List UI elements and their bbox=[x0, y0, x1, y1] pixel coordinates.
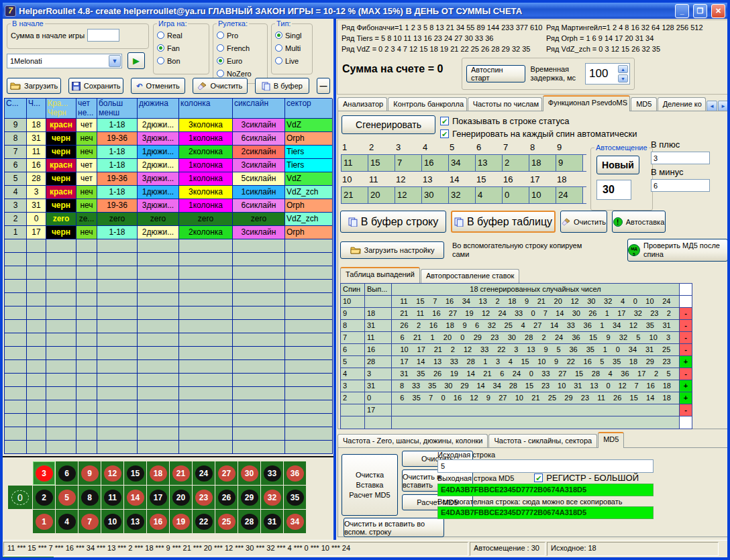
radio-live[interactable]: Live bbox=[275, 54, 309, 67]
md5-summary-button[interactable]: Очистка Вставка Расчет MD5 bbox=[342, 454, 398, 516]
board-cell-27[interactable]: 27 bbox=[215, 461, 238, 485]
board-cell-30[interactable]: 30 bbox=[238, 461, 260, 485]
buffer-row-button[interactable]: В буфер строку bbox=[340, 211, 446, 233]
minus-field[interactable] bbox=[651, 179, 710, 192]
source-string-input[interactable] bbox=[437, 459, 654, 473]
checkbox-uppercase[interactable]: ✔ РЕГИСТР - БОЛЬШОЙ bbox=[534, 473, 639, 483]
tab-функционал-psevdoms[interactable]: Функционал PsevdoMS bbox=[543, 95, 630, 111]
plus-field[interactable] bbox=[651, 152, 710, 164]
tab-scroll-left-icon[interactable]: ◄ bbox=[707, 101, 717, 111]
autospin-start-button[interactable]: Автоспин старт bbox=[466, 65, 525, 82]
board-cell-23[interactable]: 23 bbox=[193, 486, 215, 509]
apply-preset-button[interactable]: ▶ bbox=[127, 52, 145, 69]
board-cell-26[interactable]: 26 bbox=[215, 486, 238, 509]
undo-button[interactable]: ↶ Отменить bbox=[131, 78, 185, 94]
tab-частота-zero-шансы-дюжины-колонки[interactable]: Частота - Zero, шансы, дюжины, колонки bbox=[337, 434, 488, 448]
board-cell-9[interactable]: 9 bbox=[79, 461, 101, 485]
board-cell-36[interactable]: 36 bbox=[284, 461, 306, 485]
spins-table-row[interactable]: 2063570161292710212529231126151418+ bbox=[341, 392, 692, 404]
board-cell-2[interactable]: 2 bbox=[33, 486, 55, 509]
board-cell-4[interactable]: 4 bbox=[56, 510, 78, 533]
board-cell-25[interactable]: 25 bbox=[215, 510, 238, 533]
radio-multi[interactable]: Multi bbox=[275, 42, 309, 54]
board-cell-34[interactable]: 34 bbox=[284, 510, 306, 533]
board-cell-10[interactable]: 10 bbox=[101, 510, 123, 533]
board-cell-5[interactable]: 5 bbox=[56, 486, 78, 509]
board-cell-21[interactable]: 21 bbox=[170, 461, 192, 485]
preset-combobox[interactable]: 1Melonati ▼ bbox=[7, 54, 122, 68]
tab-таблица-выпадений[interactable]: Таблица выпадений bbox=[340, 267, 420, 283]
spins-table-row[interactable]: 5281714133328134151092216535182923+ bbox=[341, 356, 692, 368]
md5-aux-field[interactable]: E4DA3B7FBBCE2345D7772B0674A318D5 bbox=[437, 506, 654, 519]
check-md5-button[interactable]: МД5 Проверить МД5 после спина bbox=[627, 239, 728, 262]
tab-частота-сиклайны-сектора[interactable]: Частота - сиклайны, сектора bbox=[488, 434, 597, 448]
spins-table-row[interactable]: 331833353029143428152310311301271618+ bbox=[341, 380, 692, 392]
board-cell-19[interactable]: 19 bbox=[170, 510, 192, 533]
close-button[interactable]: ✕ bbox=[711, 4, 725, 18]
md5-clear-paste-aux-button[interactable]: Очистить и вставить во вспом. строку bbox=[344, 518, 444, 537]
spins-table-row[interactable]: 8312621618963225427143336134123531- bbox=[341, 320, 692, 332]
board-cell-33[interactable]: 33 bbox=[261, 461, 283, 485]
board-cell-8[interactable]: 8 bbox=[79, 486, 101, 509]
board-cell-13[interactable]: 13 bbox=[124, 510, 146, 533]
autoshift-new-button[interactable]: Новый bbox=[596, 156, 639, 174]
radio-euro[interactable]: Euro bbox=[217, 54, 264, 67]
load-config-button[interactable]: Загрузить настройку bbox=[340, 241, 444, 259]
radio-real[interactable]: Real bbox=[157, 29, 205, 42]
board-cell-6[interactable]: 6 bbox=[56, 461, 78, 485]
spinner-down-icon[interactable]: ▼ bbox=[618, 74, 628, 82]
start-sum-input[interactable] bbox=[87, 29, 119, 42]
delay-spinner[interactable]: 100 ▲ ▼ bbox=[585, 63, 630, 85]
spins-table-row[interactable]: 17- bbox=[341, 404, 692, 416]
checkbox-show-status[interactable]: ✔ Показывать в строке статуса bbox=[440, 116, 570, 126]
collapse-button[interactable]: — bbox=[317, 78, 330, 94]
board-cell-7[interactable]: 7 bbox=[79, 510, 101, 533]
board-cell-35[interactable]: 35 bbox=[284, 486, 306, 509]
to-buffer-button[interactable]: В буфер bbox=[255, 78, 309, 94]
spins-table-row[interactable]: 101115716341321892120123032401024 bbox=[341, 296, 692, 308]
load-button[interactable]: Загрузить bbox=[7, 78, 61, 94]
spins-table-row[interactable]: 91821111627191224330714302611732232- bbox=[341, 308, 692, 320]
spins-table-row[interactable]: 616101721212332231395363510343125- bbox=[341, 344, 692, 356]
board-cell-20[interactable]: 20 bbox=[170, 486, 192, 509]
tab-scroll-right-icon[interactable]: ► bbox=[718, 101, 729, 111]
spinner-up-icon[interactable]: ▲ bbox=[618, 65, 628, 73]
tab-анализатор[interactable]: Анализатор bbox=[337, 97, 387, 111]
minimize-button[interactable]: _ bbox=[675, 4, 689, 18]
radio-french[interactable]: French bbox=[217, 42, 264, 54]
radio-singl[interactable]: Singl bbox=[275, 29, 309, 42]
board-cell-18[interactable]: 18 bbox=[147, 461, 169, 485]
psevdo-clear-button[interactable]: Очистить bbox=[560, 211, 607, 233]
board-cell-1[interactable]: 1 bbox=[33, 510, 55, 533]
tab-md5[interactable]: MD5 bbox=[631, 97, 656, 111]
spins-table[interactable]: Спин Вып... 18 сгенерированных случайных… bbox=[340, 283, 692, 429]
resize-grip[interactable] bbox=[719, 541, 727, 557]
board-cell-12[interactable]: 12 bbox=[101, 461, 123, 485]
board-cell-29[interactable]: 29 bbox=[238, 486, 260, 509]
spins-table-row[interactable]: 71162112002923302822436159325103- bbox=[341, 332, 692, 344]
board-cell-17[interactable]: 17 bbox=[147, 486, 169, 509]
board-cell-0[interactable]: 0 bbox=[8, 486, 32, 509]
board-cell-28[interactable]: 28 bbox=[238, 510, 260, 533]
tab-частоты-по-числам[interactable]: Частоты по числам bbox=[468, 97, 542, 111]
tab-деление-ко[interactable]: Деление ко bbox=[658, 97, 706, 111]
checkbox-auto-generate[interactable]: ✔ Генерировать на каждый спин автоматиче… bbox=[440, 129, 637, 139]
generate-button[interactable]: Сгенерировать bbox=[342, 115, 435, 134]
tab-md5[interactable]: MD5 bbox=[598, 432, 624, 448]
results-table[interactable]: С...Ч...Кра...Чернчетне...большменшдюжин… bbox=[4, 98, 332, 454]
autoshift-value[interactable]: 30 bbox=[596, 180, 631, 200]
tab-контроль-банкролла[interactable]: Контроль банкролла bbox=[388, 97, 466, 111]
spins-table-row[interactable]: 433135261914216240332715284361725- bbox=[341, 368, 692, 380]
spins-table-row[interactable] bbox=[341, 416, 692, 429]
board-cell-15[interactable]: 15 bbox=[124, 461, 146, 485]
buffer-table-button[interactable]: В буфер таблицу bbox=[451, 211, 556, 233]
board-cell-16[interactable]: 16 bbox=[147, 510, 169, 533]
chevron-down-icon[interactable]: ▼ bbox=[109, 55, 121, 67]
radio-fan[interactable]: Fan bbox=[157, 42, 205, 54]
board-cell-31[interactable]: 31 bbox=[261, 510, 283, 533]
board-cell-11[interactable]: 11 bbox=[101, 486, 123, 509]
clear-button[interactable]: Очистить bbox=[193, 78, 247, 94]
save-button[interactable]: Сохранить bbox=[68, 78, 123, 94]
autostake-button[interactable]: ! Автоставка bbox=[612, 211, 666, 233]
board-cell-32[interactable]: 32 bbox=[261, 486, 283, 509]
